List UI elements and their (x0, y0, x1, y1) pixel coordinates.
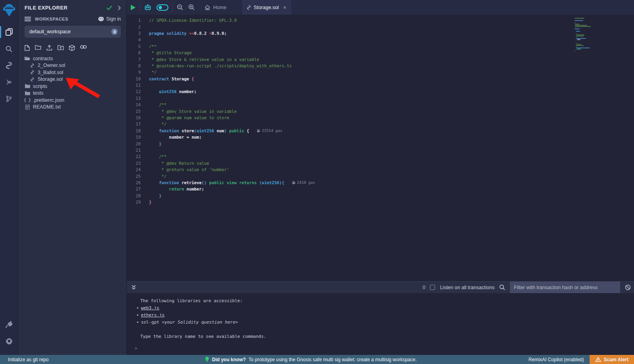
tab-home[interactable]: Home (199, 0, 232, 15)
scam-alert-button[interactable]: Scam Alert (590, 355, 634, 364)
terminal-line: •ethers.js (140, 311, 634, 318)
line-number: 25 (127, 174, 149, 179)
line-number: 2 (127, 25, 149, 29)
tree-item-2-owner-sol[interactable]: 2_Owner.sol (18, 62, 126, 69)
sidebar-item-deploy-and-run[interactable] (0, 74, 18, 90)
line-number: 26 (127, 180, 149, 185)
tree-item-contracts[interactable]: contracts (18, 55, 126, 62)
code-editor[interactable]: 1// SPDX-License-Identifier: GPL-3.023pr… (127, 15, 634, 281)
tree-item--prettierrc-json[interactable]: { }.prettierrc.json (18, 97, 126, 104)
terminal-collapse-icon[interactable] (132, 285, 136, 290)
tab-storage-sol[interactable]: Storage.sol × (242, 0, 291, 15)
code-line: 1// SPDX-License-Identifier: GPL-3.0 (127, 17, 634, 23)
sidebar-item-plugin-manager[interactable] (0, 316, 18, 333)
git-init-button[interactable]: Initialize as git repo (0, 357, 49, 362)
sidebar-item-settings[interactable] (0, 333, 18, 349)
copilot-toggle[interactable] (157, 4, 168, 11)
tree-item-label: 2_Owner.sol (38, 63, 65, 68)
code-line: 9 */ (127, 69, 634, 75)
code-line: 15 * @dev Store value in variable (127, 108, 634, 114)
tree-item-3-ballot-sol[interactable]: 3_Ballot.sol (18, 69, 126, 76)
code-line: 19 number = num; (127, 134, 634, 140)
code-line: 7 * @dev Store & retrieve value in a var… (127, 56, 634, 62)
listen-all-transactions-label: Listen on all transactions (440, 285, 495, 290)
run-script-button[interactable] (131, 5, 136, 10)
activity-bar (0, 0, 18, 355)
workspaces-menu-icon[interactable] (25, 17, 31, 21)
tab-close-icon[interactable]: × (283, 4, 286, 11)
terminal-link-web3-js[interactable]: web3.js (141, 305, 159, 311)
link-icon[interactable] (80, 45, 87, 51)
sidebar-item-git[interactable] (0, 90, 18, 107)
sidebar-item-search[interactable] (0, 40, 18, 57)
workspace-dropdown-icon[interactable] (111, 29, 118, 35)
code-line: 10contract Storage { (127, 76, 634, 82)
line-number: 18 (127, 128, 149, 133)
terminal-line: The following libraries are accessible: (140, 297, 634, 304)
transaction-filter-input[interactable] (510, 282, 620, 293)
code-line: 20 } (127, 140, 634, 147)
line-number: 9 (127, 70, 149, 74)
solidity-icon (29, 70, 35, 74)
line-number: 19 (127, 135, 149, 139)
new-folder-icon[interactable] (35, 45, 41, 51)
panel-chevron-icon[interactable] (118, 6, 121, 10)
code-line: 8 * @custom:dev-run-script ./scripts/dep… (127, 63, 634, 69)
editor-minimap[interactable] (575, 18, 607, 52)
terminal-line: Type the library name to see available c… (140, 333, 634, 340)
tree-item-tests[interactable]: tests (18, 90, 126, 97)
remix-logo-icon[interactable] (3, 3, 15, 17)
code-line: 2 (127, 23, 634, 30)
terminal-search-icon[interactable] (499, 284, 505, 290)
tree-item-label: .prettierrc.json (33, 97, 64, 103)
terminal-line (140, 326, 634, 333)
json-icon: { } (25, 98, 30, 102)
zoom-out-icon[interactable] (177, 4, 183, 11)
sidebar-item-file-explorer[interactable] (0, 24, 18, 40)
tree-item-label: 3_Ballot.sol (38, 70, 63, 75)
copilot-status[interactable]: RemixAI Copilot (enabled) (529, 357, 584, 362)
tree-item-storage-sol[interactable]: Storage.sol (18, 76, 126, 83)
publish-gist-icon[interactable] (69, 45, 75, 51)
sign-in-button[interactable]: Sign in (98, 16, 121, 22)
transaction-count: 0 (423, 285, 426, 290)
remixai-robot-icon[interactable] (144, 4, 152, 11)
status-bar: Initialize as git repo Did you know? To … (0, 355, 634, 364)
folder-open-icon (25, 56, 30, 61)
workspaces-label: WORKSPACES (35, 17, 98, 21)
line-number: 29 (127, 200, 149, 204)
tree-item-readme-txt[interactable]: README.txt (18, 104, 126, 111)
new-file-icon[interactable] (25, 45, 30, 51)
line-number: 3 (127, 31, 149, 36)
tree-item-label: scripts (33, 84, 47, 89)
line-number: 8 (127, 63, 149, 68)
line-number: 16 (127, 115, 149, 120)
line-number: 24 (127, 167, 149, 172)
compile-check-icon[interactable] (107, 6, 112, 10)
terminal-line: •web3.js (140, 304, 634, 311)
clear-console-icon[interactable] (625, 284, 631, 290)
workspace-select[interactable]: default_workspace (25, 26, 121, 38)
code-line: 26 function retrieve() public view retur… (127, 179, 634, 186)
code-line: 6 * @title Storage (127, 50, 634, 56)
zoom-in-icon[interactable] (188, 4, 195, 11)
line-number: 5 (127, 44, 149, 49)
line-number: 14 (127, 102, 149, 107)
did-you-know-tip: Did you know? To prototype using the Gno… (205, 356, 417, 362)
tree-item-scripts[interactable]: scripts (18, 83, 126, 90)
upload-file-icon[interactable] (46, 45, 52, 51)
upload-folder-icon[interactable] (57, 45, 64, 51)
code-line: 5/** (127, 43, 634, 50)
editor-toolbar: Home Storage.sol × (127, 0, 634, 15)
listen-all-transactions-checkbox[interactable] (430, 285, 435, 290)
terminal[interactable]: The following libraries are accessible:•… (127, 293, 634, 355)
terminal-prompt[interactable]: > (135, 346, 137, 351)
line-number: 4 (127, 37, 149, 42)
sidebar-item-solidity-compiler[interactable] (0, 57, 18, 74)
tree-item-label: README.txt (33, 104, 61, 110)
line-number: 27 (127, 187, 149, 191)
warning-icon (595, 357, 601, 362)
tree-item-label: contracts (33, 56, 53, 61)
terminal-header: 0 Listen on all transactions (127, 281, 634, 293)
terminal-link-ethers-js[interactable]: ethers.js (141, 313, 165, 318)
